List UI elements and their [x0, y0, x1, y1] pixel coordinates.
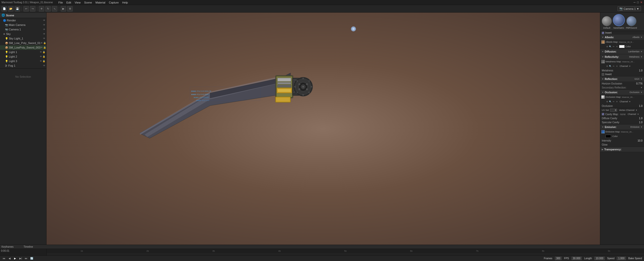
menu-edit[interactable]: Edit: [66, 1, 71, 4]
next-frame-button[interactable]: ▶|: [19, 256, 23, 260]
minimize-button[interactable]: ─: [634, 1, 636, 4]
menu-view[interactable]: View: [75, 1, 81, 4]
reflectivity-header[interactable]: ▼ Reflectivity: Metalness ▼: [600, 54, 644, 59]
light3-eye-icon[interactable]: 👁: [40, 60, 42, 62]
menu-file[interactable]: File: [58, 1, 63, 4]
rotate-tool-button[interactable]: ↻: [45, 6, 51, 12]
albedo-search-btn[interactable]: 🔍: [609, 45, 612, 48]
light3-lock-icon[interactable]: 🔒: [43, 60, 45, 62]
channel-dropdown[interactable]: ▼: [629, 65, 631, 67]
metalness-search-btn[interactable]: 🔍: [609, 65, 612, 68]
occlusion-edit-btn[interactable]: ✏: [612, 100, 615, 103]
scene-item-light3[interactable]: 💡 Light 3 👁 🔒: [0, 59, 46, 63]
scene-item-camera-1[interactable]: 📷 Camera 1 👁: [0, 27, 46, 32]
sword003-vis-icon[interactable]: 👁: [41, 46, 43, 49]
diffusion-header[interactable]: ▼ Diffusion: Lambertian ▼: [600, 49, 644, 54]
viewport[interactable]: ⊞⊟⊠⊡⊢⊣⊤⊥⊦⊧⊨⊩⊪⊫⊬⊭ ⊞⊟⊠⊡⊢⊣⊤⊥⊦⊧⊨⊩⊪⊫⊬ ⊞⊟⊠⊡⊢⊣⊤…: [47, 13, 600, 245]
loop-button[interactable]: 🔄: [30, 256, 34, 260]
move-tool-button[interactable]: ✛: [39, 6, 44, 12]
albedo-settings-btn[interactable]: ⚙: [606, 45, 609, 48]
scene-item-sky[interactable]: ☀ Sky 👁: [0, 32, 46, 36]
horizon-value[interactable]: 0.776: [636, 82, 642, 85]
sword003-lock-icon[interactable]: 🔒: [43, 46, 46, 49]
albedo-color-swatch[interactable]: [619, 45, 625, 48]
main-camera-eye-icon[interactable]: 👁: [43, 24, 45, 26]
settings-button[interactable]: ⚙: [67, 6, 73, 12]
scene-item-render[interactable]: 🔵 Render 👁: [0, 18, 46, 23]
occlusion-settings-btn[interactable]: ⚙: [606, 100, 609, 103]
material-newmat01[interactable]: NewMat01: [613, 14, 625, 29]
reflectivity-invert-checkbox[interactable]: [602, 73, 604, 76]
menu-capture[interactable]: Capture: [109, 1, 119, 4]
scene-item-light2[interactable]: 💡 Light 2 👁 🔒: [0, 54, 46, 59]
emissive-badge-arrow[interactable]: ▼: [640, 126, 642, 128]
play-button[interactable]: ▶: [13, 256, 17, 260]
length-value[interactable]: 10.000: [594, 257, 605, 260]
occlusion-value[interactable]: 1.0: [639, 105, 642, 107]
occlusion-clear-btn[interactable]: ✕: [615, 100, 618, 103]
sword01-vis-icon[interactable]: 👁: [41, 42, 43, 44]
fog1-eye-icon[interactable]: 👁: [43, 64, 45, 67]
scene-item-main-camera[interactable]: 📷 Main Camera 👁: [0, 23, 46, 27]
occlusion-badge-arrow[interactable]: ▼: [640, 91, 642, 94]
light2-lock-icon[interactable]: 🔒: [43, 55, 45, 58]
emissive-header[interactable]: ▼ Emissive: Emissive ▼: [600, 124, 644, 129]
metalness-edit-btn[interactable]: ✏: [612, 65, 615, 68]
diffuse-cavity-value[interactable]: 1.0: [639, 117, 642, 120]
scene-item-sword-003[interactable]: 📦 SM_LowPoly_Sword_003 👁 🔒: [0, 45, 46, 50]
uv-set-input[interactable]: [610, 109, 617, 112]
speed-value[interactable]: 1.000: [617, 257, 626, 260]
emissive-color-swatch[interactable]: [606, 135, 611, 138]
albedo-clear-btn[interactable]: ✕: [615, 45, 618, 48]
reflection-header[interactable]: ▼ Reflection: GGX ▼: [600, 76, 644, 81]
timeline-ruler[interactable]: 1s 2s 3s 4s 5s 6s 7s 8s 9s: [47, 249, 644, 253]
close-button[interactable]: ✕: [640, 1, 642, 4]
camera1-eye-icon[interactable]: 👁: [43, 28, 45, 31]
reflectivity-badge-arrow[interactable]: ▼: [640, 56, 642, 58]
skylight-eye-icon[interactable]: 👁: [43, 37, 45, 40]
new-file-button[interactable]: 📄: [2, 6, 7, 12]
render-eye-icon[interactable]: 👁: [43, 19, 45, 22]
sun-light-handle[interactable]: [351, 26, 356, 31]
sky-eye-icon[interactable]: 👁: [43, 33, 45, 35]
reflection-badge-arrow[interactable]: ▼: [640, 78, 642, 80]
light1-lock-icon[interactable]: 🔒: [43, 51, 45, 53]
fps-value[interactable]: 30.000: [572, 257, 582, 260]
scene-item-fog1[interactable]: 🌫 Fog 1 👁: [0, 63, 46, 68]
go-start-button[interactable]: ⏮: [2, 256, 6, 260]
occlusion-header[interactable]: ▼ Occlusion: Occlusion ▼: [600, 90, 644, 95]
menu-material[interactable]: Material: [96, 1, 105, 4]
open-file-button[interactable]: 📂: [8, 6, 14, 12]
scene-item-sword-01[interactable]: 📦 SM_Low_Poly_Sword_01 👁 🔒: [0, 41, 46, 45]
albedo-badge-arrow[interactable]: ▼: [640, 36, 642, 38]
metalness-settings-btn[interactable]: ⚙: [606, 65, 609, 68]
material-default[interactable]: Default: [602, 16, 612, 29]
save-file-button[interactable]: 💾: [15, 6, 20, 12]
go-end-button[interactable]: ⏭: [24, 256, 28, 260]
redo-button[interactable]: ↪: [30, 6, 35, 12]
light1-eye-icon[interactable]: 👁: [40, 51, 42, 53]
occlusion-search-btn[interactable]: 🔍: [609, 100, 612, 103]
metalness-value[interactable]: 1.0: [639, 69, 642, 72]
secondary-dropdown[interactable]: ▼: [640, 86, 642, 89]
render-button[interactable]: ▶: [61, 6, 66, 12]
invert-checkbox[interactable]: ✓: [602, 32, 604, 34]
metalness-clear-btn[interactable]: ✕: [615, 65, 618, 68]
frames-value[interactable]: 300: [555, 257, 562, 260]
sword01-lock-icon[interactable]: 🔒: [43, 42, 46, 44]
occlusion-channel-dropdown[interactable]: ▼: [629, 101, 631, 103]
menu-help[interactable]: Help: [122, 1, 128, 4]
scene-item-light1[interactable]: 💡 Light 1 👁 🔒: [0, 50, 46, 54]
specular-cavity-value[interactable]: 1.0: [639, 121, 642, 124]
scale-tool-button[interactable]: ⤡: [52, 6, 57, 12]
prev-frame-button[interactable]: ◀: [8, 256, 12, 260]
diffusion-badge-arrow[interactable]: ▼: [640, 51, 642, 53]
vertex-channel-dropdown[interactable]: ▼: [635, 109, 637, 111]
transparency-header[interactable]: ▶ Transparency:: [600, 147, 644, 152]
albedo-edit-btn[interactable]: ✏: [612, 45, 615, 48]
menu-scene[interactable]: Scene: [84, 1, 92, 4]
light2-eye-icon[interactable]: 👁: [40, 55, 42, 58]
material-pbrsword[interactable]: PBRSword: [626, 16, 637, 29]
undo-button[interactable]: ↩: [23, 6, 29, 12]
cavity-channel-dropdown[interactable]: ▼: [637, 113, 639, 115]
